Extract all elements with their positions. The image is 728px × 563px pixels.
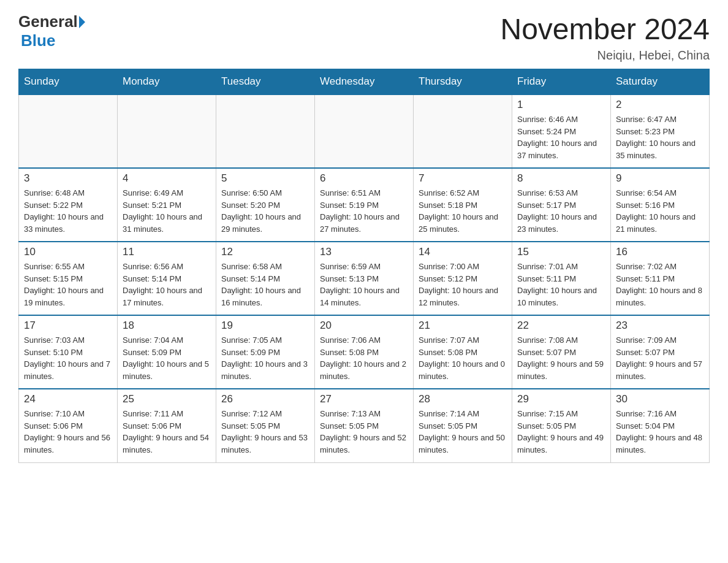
calendar-title: November 2024 [500, 12, 710, 46]
page-header: General Blue November 2024 Neiqiu, Hebei… [18, 12, 710, 63]
day-number: 10 [24, 246, 112, 258]
day-of-week-header: Monday [118, 69, 216, 95]
calendar-week-row: 10Sunrise: 6:55 AMSunset: 5:15 PMDayligh… [19, 242, 710, 315]
day-info: Sunrise: 7:03 AMSunset: 5:10 PMDaylight:… [24, 334, 112, 382]
calendar-day-cell [19, 94, 118, 168]
calendar-day-cell: 4Sunrise: 6:49 AMSunset: 5:21 PMDaylight… [118, 168, 216, 242]
calendar-day-cell: 30Sunrise: 7:16 AMSunset: 5:04 PMDayligh… [611, 389, 710, 462]
day-info: Sunrise: 7:15 AMSunset: 5:05 PMDaylight:… [517, 408, 605, 456]
day-number: 1 [517, 99, 605, 111]
day-info: Sunrise: 7:11 AMSunset: 5:06 PMDaylight:… [123, 408, 211, 456]
calendar-day-cell [216, 94, 315, 168]
calendar-day-cell [118, 94, 216, 168]
calendar-day-cell: 19Sunrise: 7:05 AMSunset: 5:09 PMDayligh… [216, 315, 315, 389]
day-info: Sunrise: 7:12 AMSunset: 5:05 PMDaylight:… [221, 408, 309, 456]
calendar-day-cell: 11Sunrise: 6:56 AMSunset: 5:14 PMDayligh… [118, 242, 216, 315]
day-info: Sunrise: 6:47 AMSunset: 5:23 PMDaylight:… [616, 113, 704, 161]
logo: General Blue [18, 12, 85, 50]
day-info: Sunrise: 6:48 AMSunset: 5:22 PMDaylight:… [24, 187, 112, 235]
day-of-week-header: Wednesday [315, 69, 414, 95]
calendar-day-cell: 25Sunrise: 7:11 AMSunset: 5:06 PMDayligh… [118, 389, 216, 462]
day-number: 15 [517, 246, 605, 258]
day-info: Sunrise: 7:00 AMSunset: 5:12 PMDaylight:… [419, 261, 507, 308]
calendar-day-cell: 21Sunrise: 7:07 AMSunset: 5:08 PMDayligh… [414, 315, 512, 389]
day-number: 7 [419, 172, 507, 185]
calendar-day-cell: 29Sunrise: 7:15 AMSunset: 5:05 PMDayligh… [512, 389, 611, 462]
day-of-week-header: Saturday [611, 69, 710, 95]
day-info: Sunrise: 6:55 AMSunset: 5:15 PMDaylight:… [24, 261, 112, 308]
day-number: 20 [320, 320, 408, 332]
day-info: Sunrise: 6:58 AMSunset: 5:14 PMDaylight:… [221, 261, 309, 308]
day-number: 18 [123, 320, 211, 332]
calendar-header: SundayMondayTuesdayWednesdayThursdayFrid… [19, 69, 710, 95]
calendar-week-row: 24Sunrise: 7:10 AMSunset: 5:06 PMDayligh… [19, 389, 710, 462]
day-info: Sunrise: 6:52 AMSunset: 5:18 PMDaylight:… [419, 187, 507, 235]
day-number: 30 [616, 393, 704, 405]
day-info: Sunrise: 7:16 AMSunset: 5:04 PMDaylight:… [616, 408, 704, 456]
logo-general-text: General [18, 12, 78, 31]
day-info: Sunrise: 6:56 AMSunset: 5:14 PMDaylight:… [123, 261, 211, 308]
day-number: 27 [320, 393, 408, 405]
days-of-week-row: SundayMondayTuesdayWednesdayThursdayFrid… [19, 69, 710, 95]
day-info: Sunrise: 7:02 AMSunset: 5:11 PMDaylight:… [616, 261, 704, 308]
calendar-day-cell: 9Sunrise: 6:54 AMSunset: 5:16 PMDaylight… [611, 168, 710, 242]
day-number: 19 [221, 320, 309, 332]
day-info: Sunrise: 7:08 AMSunset: 5:07 PMDaylight:… [517, 334, 605, 382]
calendar-day-cell: 14Sunrise: 7:00 AMSunset: 5:12 PMDayligh… [414, 242, 512, 315]
calendar-day-cell [414, 94, 512, 168]
day-info: Sunrise: 7:01 AMSunset: 5:11 PMDaylight:… [517, 261, 605, 308]
calendar-day-cell: 10Sunrise: 6:55 AMSunset: 5:15 PMDayligh… [19, 242, 118, 315]
calendar-day-cell: 20Sunrise: 7:06 AMSunset: 5:08 PMDayligh… [315, 315, 414, 389]
day-info: Sunrise: 6:59 AMSunset: 5:13 PMDaylight:… [320, 261, 408, 308]
calendar-day-cell: 1Sunrise: 6:46 AMSunset: 5:24 PMDaylight… [512, 94, 611, 168]
day-info: Sunrise: 7:13 AMSunset: 5:05 PMDaylight:… [320, 408, 408, 456]
day-info: Sunrise: 6:51 AMSunset: 5:19 PMDaylight:… [320, 187, 408, 235]
calendar-day-cell: 27Sunrise: 7:13 AMSunset: 5:05 PMDayligh… [315, 389, 414, 462]
calendar-day-cell: 3Sunrise: 6:48 AMSunset: 5:22 PMDaylight… [19, 168, 118, 242]
day-number: 6 [320, 172, 408, 185]
day-of-week-header: Friday [512, 69, 611, 95]
calendar-day-cell: 2Sunrise: 6:47 AMSunset: 5:23 PMDaylight… [611, 94, 710, 168]
calendar-week-row: 17Sunrise: 7:03 AMSunset: 5:10 PMDayligh… [19, 315, 710, 389]
calendar-table: SundayMondayTuesdayWednesdayThursdayFrid… [18, 69, 710, 463]
day-number: 9 [616, 172, 704, 185]
day-info: Sunrise: 6:54 AMSunset: 5:16 PMDaylight:… [616, 187, 704, 235]
calendar-day-cell: 18Sunrise: 7:04 AMSunset: 5:09 PMDayligh… [118, 315, 216, 389]
calendar-body: 1Sunrise: 6:46 AMSunset: 5:24 PMDaylight… [19, 94, 710, 462]
day-number: 28 [419, 393, 507, 405]
logo-blue-label: Blue [21, 31, 55, 50]
day-info: Sunrise: 7:05 AMSunset: 5:09 PMDaylight:… [221, 334, 309, 382]
day-number: 11 [123, 246, 211, 258]
calendar-day-cell: 22Sunrise: 7:08 AMSunset: 5:07 PMDayligh… [512, 315, 611, 389]
day-number: 12 [221, 246, 309, 258]
day-info: Sunrise: 7:04 AMSunset: 5:09 PMDaylight:… [123, 334, 211, 382]
logo-text: General [18, 12, 85, 31]
day-of-week-header: Sunday [19, 69, 118, 95]
day-info: Sunrise: 6:53 AMSunset: 5:17 PMDaylight:… [517, 187, 605, 235]
day-info: Sunrise: 6:46 AMSunset: 5:24 PMDaylight:… [517, 113, 605, 161]
day-number: 22 [517, 320, 605, 332]
calendar-week-row: 1Sunrise: 6:46 AMSunset: 5:24 PMDaylight… [19, 94, 710, 168]
day-number: 16 [616, 246, 704, 258]
day-of-week-header: Thursday [414, 69, 512, 95]
logo-blue-text: Blue [18, 31, 55, 50]
calendar-day-cell: 24Sunrise: 7:10 AMSunset: 5:06 PMDayligh… [19, 389, 118, 462]
calendar-week-row: 3Sunrise: 6:48 AMSunset: 5:22 PMDaylight… [19, 168, 710, 242]
day-number: 21 [419, 320, 507, 332]
day-number: 25 [123, 393, 211, 405]
day-of-week-header: Tuesday [216, 69, 315, 95]
calendar-day-cell: 7Sunrise: 6:52 AMSunset: 5:18 PMDaylight… [414, 168, 512, 242]
calendar-day-cell: 16Sunrise: 7:02 AMSunset: 5:11 PMDayligh… [611, 242, 710, 315]
day-info: Sunrise: 7:06 AMSunset: 5:08 PMDaylight:… [320, 334, 408, 382]
day-number: 24 [24, 393, 112, 405]
day-number: 13 [320, 246, 408, 258]
day-info: Sunrise: 6:49 AMSunset: 5:21 PMDaylight:… [123, 187, 211, 235]
day-number: 26 [221, 393, 309, 405]
day-number: 17 [24, 320, 112, 332]
day-info: Sunrise: 6:50 AMSunset: 5:20 PMDaylight:… [221, 187, 309, 235]
day-number: 23 [616, 320, 704, 332]
day-number: 8 [517, 172, 605, 185]
calendar-day-cell: 5Sunrise: 6:50 AMSunset: 5:20 PMDaylight… [216, 168, 315, 242]
day-number: 5 [221, 172, 309, 185]
day-number: 29 [517, 393, 605, 405]
